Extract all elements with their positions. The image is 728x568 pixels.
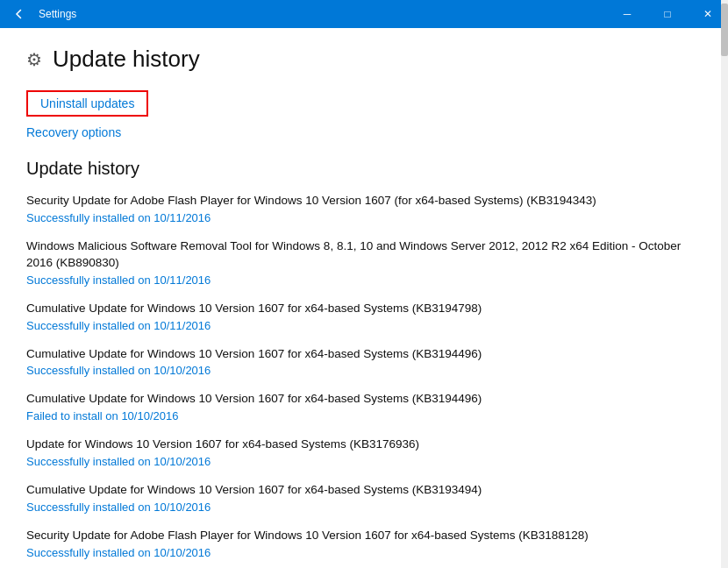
main-content: ⚙ Update history Uninstall updates Recov… [0, 28, 728, 568]
maximize-button[interactable]: □ [647, 0, 688, 28]
minimize-button[interactable]: ─ [607, 0, 647, 28]
update-status[interactable]: Failed to install on 10/10/2016 [26, 409, 702, 422]
update-name: Cumulative Update for Windows 10 Version… [26, 346, 702, 363]
update-item: Cumulative Update for Windows 10 Version… [26, 346, 702, 378]
content-area: ⚙ Update history Uninstall updates Recov… [0, 28, 728, 568]
update-name: Security Update for Adobe Flash Player f… [26, 193, 702, 209]
update-status[interactable]: Successfully installed on 10/10/2016 [26, 546, 702, 559]
gear-icon: ⚙ [26, 49, 42, 70]
scrollbar-track [721, 0, 728, 568]
back-button[interactable] [7, 2, 32, 26]
update-item: Cumulative Update for Windows 10 Version… [26, 301, 702, 332]
titlebar-title: Settings [39, 8, 76, 20]
update-status[interactable]: Successfully installed on 10/11/2016 [26, 273, 702, 287]
update-item: Update for Windows 10 Version 1607 for x… [26, 437, 702, 468]
update-item: Windows Malicious Software Removal Tool … [26, 238, 702, 287]
update-status[interactable]: Successfully installed on 10/10/2016 [26, 455, 702, 468]
update-name: Cumulative Update for Windows 10 Version… [26, 391, 702, 408]
update-name: Cumulative Update for Windows 10 Version… [26, 482, 702, 499]
titlebar-controls: ─ □ ✕ [607, 0, 728, 28]
update-item: Cumulative Update for Windows 10 Version… [26, 482, 702, 514]
update-status[interactable]: Successfully installed on 10/11/2016 [26, 319, 702, 332]
update-name: Cumulative Update for Windows 10 Version… [26, 301, 702, 317]
update-status[interactable]: Successfully installed on 10/10/2016 [26, 364, 702, 377]
update-name: Update for Windows 10 Version 1607 for x… [26, 437, 702, 453]
scrollbar-thumb[interactable] [721, 4, 728, 56]
uninstall-updates-button[interactable]: Uninstall updates [26, 90, 148, 117]
update-list: Security Update for Adobe Flash Player f… [26, 193, 702, 559]
recovery-options-link[interactable]: Recovery options [26, 125, 702, 139]
page-title: Update history [53, 46, 200, 73]
titlebar: Settings ─ □ ✕ [0, 0, 728, 28]
update-status[interactable]: Successfully installed on 10/11/2016 [26, 211, 702, 224]
update-item: Security Update for Adobe Flash Player f… [26, 193, 702, 224]
page-header: ⚙ Update history [26, 46, 702, 73]
update-name: Windows Malicious Software Removal Tool … [26, 238, 702, 272]
titlebar-left: Settings [7, 2, 76, 26]
update-item: Security Update for Adobe Flash Player f… [26, 528, 702, 559]
update-name: Security Update for Adobe Flash Player f… [26, 528, 702, 544]
update-item: Cumulative Update for Windows 10 Version… [26, 391, 702, 422]
update-status[interactable]: Successfully installed on 10/10/2016 [26, 501, 702, 514]
section-title: Update history [26, 159, 702, 179]
